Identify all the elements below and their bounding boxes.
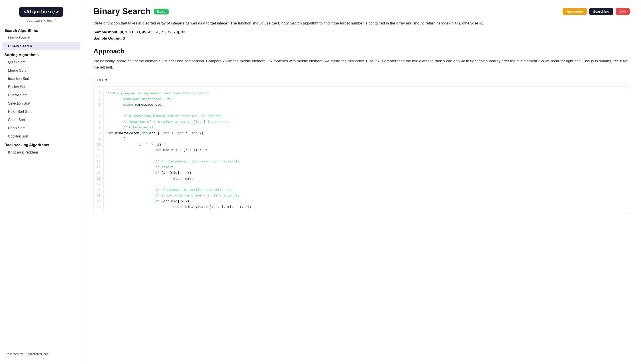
logo[interactable]: <Algochurn/> bbox=[19, 7, 63, 17]
code-line: int binarySearch(int arr[], int l, int r… bbox=[107, 130, 625, 136]
approach-text: We basically ignore half of the elements… bbox=[94, 58, 630, 70]
sample-output-label: Sample Output: 3 bbox=[94, 36, 125, 40]
code-line bbox=[107, 108, 625, 114]
line-number: 8 bbox=[96, 130, 101, 136]
sidebar-footer: Presented by: PlaceholderTech bbox=[0, 348, 82, 360]
code-line: // location of x in given array arr[l..r… bbox=[107, 119, 625, 125]
line-number: 20 bbox=[96, 199, 101, 204]
page-title-area: Binary Search Easy bbox=[94, 7, 169, 16]
logo-area: <Algochurn/> Your place to learn! bbox=[0, 4, 82, 26]
line-number: 12 bbox=[96, 153, 101, 159]
nav-item-1-7[interactable]: Count Sort bbox=[2, 116, 80, 124]
code-line: if (arr[mid] > x) bbox=[107, 199, 625, 204]
nav-content: Search AlgorithmsLinear SearchBinary Sea… bbox=[0, 26, 82, 157]
nav-item-1-8[interactable]: Radix Sort bbox=[2, 124, 80, 132]
logo-slash: / bbox=[53, 9, 56, 14]
line-number: 9 bbox=[96, 136, 101, 142]
code-line: if (arr[mid] == x) bbox=[107, 170, 625, 176]
line-number: 2 bbox=[96, 96, 101, 102]
chevron-down-icon: ▾ bbox=[105, 78, 107, 82]
code-line: // If element is smaller than mid, then bbox=[107, 187, 625, 193]
sample-input-label: Sample Input: [0, 1, 21, 33, 45, 45, 61,… bbox=[94, 30, 185, 34]
difficulty-badge: Easy bbox=[154, 9, 169, 14]
line-number: 10 bbox=[96, 142, 101, 148]
code-line: if (r >= l) { bbox=[107, 142, 625, 148]
line-numbers: 123456789101112131415161718192021 bbox=[94, 91, 104, 210]
sidebar: <Algochurn/> Your place to learn! Search… bbox=[0, 0, 82, 364]
code-lang-selector[interactable]: C++ ▾ bbox=[94, 76, 111, 84]
company-name: PlaceholderTech bbox=[25, 352, 50, 356]
code-line: #include <bits/stdc++.h> bbox=[107, 96, 625, 102]
nav-item-1-1[interactable]: Merge Sort bbox=[2, 66, 80, 74]
line-number: 21 bbox=[96, 204, 101, 210]
line-number: 3 bbox=[96, 102, 101, 108]
nav-item-1-3[interactable]: Bucket Sort bbox=[2, 83, 80, 91]
code-line: // itself bbox=[107, 165, 625, 170]
line-number: 4 bbox=[96, 108, 101, 114]
line-number: 13 bbox=[96, 159, 101, 165]
nav-item-1-5[interactable]: Selection Sort bbox=[2, 100, 80, 108]
tag-c++[interactable]: C++ bbox=[616, 8, 630, 15]
code-line: return binarySearch(arr, l, mid - 1, x); bbox=[107, 204, 625, 210]
tag-recursion[interactable]: Recursion bbox=[563, 8, 587, 15]
line-number: 15 bbox=[96, 170, 101, 176]
approach-title: Approach bbox=[94, 48, 630, 55]
code-block: 123456789101112131415161718192021 // C++… bbox=[94, 87, 630, 214]
main-content: Binary Search Easy RecursionSearchingC++… bbox=[82, 0, 641, 364]
nav-item-1-4[interactable]: Bubble Sort bbox=[2, 91, 80, 99]
code-lang-label: C++ bbox=[97, 78, 104, 82]
code-line: using namespace std; bbox=[107, 102, 625, 108]
code-lines: // C++ program to implement recursive Bi… bbox=[107, 91, 630, 210]
sample-output-block: Sample Output: 3 bbox=[94, 36, 630, 41]
nav-section-header-0: Search Algorithms bbox=[0, 26, 82, 34]
sample-input-block: Sample Input: [0, 1, 21, 33, 45, 45, 61,… bbox=[94, 30, 630, 34]
line-number: 1 bbox=[96, 91, 101, 96]
code-line: // A recursive binary search function. I… bbox=[107, 114, 625, 119]
nav-item-1-0[interactable]: Quick Sort bbox=[2, 58, 80, 66]
code-line bbox=[107, 153, 625, 159]
nav-item-0-1[interactable]: Binary Search bbox=[2, 42, 80, 50]
nav-item-1-9[interactable]: Cocktail Sort bbox=[2, 132, 80, 140]
header-tags: RecursionSearchingC++ bbox=[563, 8, 630, 15]
code-line: int mid = l + (r + l) / 2; bbox=[107, 148, 625, 153]
nav-item-2-0[interactable]: Knapsack Problem bbox=[2, 148, 80, 156]
code-line: // otherwise -1 bbox=[107, 125, 625, 130]
line-number: 14 bbox=[96, 165, 101, 170]
code-line: { bbox=[107, 136, 625, 142]
line-number: 17 bbox=[96, 182, 101, 187]
nav-item-1-2[interactable]: Insertion Sort bbox=[2, 75, 80, 83]
line-number: 19 bbox=[96, 193, 101, 199]
nav-item-1-6[interactable]: Heap Sort Sort bbox=[2, 108, 80, 116]
nav-section-header-1: Sorting Algorithms bbox=[0, 50, 82, 58]
nav-section-header-2: Backtracking Algorithms bbox=[0, 140, 82, 148]
line-number: 18 bbox=[96, 187, 101, 193]
code-container: 123456789101112131415161718192021 // C++… bbox=[94, 86, 630, 214]
page-header: Binary Search Easy RecursionSearchingC++ bbox=[94, 7, 630, 16]
nav-item-0-0[interactable]: Linear Search bbox=[2, 34, 80, 42]
code-line: return mid; bbox=[107, 176, 625, 182]
tag-searching[interactable]: Searching bbox=[589, 8, 613, 15]
line-number: 16 bbox=[96, 176, 101, 182]
code-line: // If the element is present at the midd… bbox=[107, 159, 625, 165]
problem-description: Write a function that takes in a sorted … bbox=[94, 20, 630, 26]
line-number: 7 bbox=[96, 125, 101, 130]
code-line: // it can only be present in left subarr… bbox=[107, 193, 625, 199]
line-number: 6 bbox=[96, 119, 101, 125]
line-number: 5 bbox=[96, 114, 101, 119]
tagline: Your place to learn! bbox=[27, 18, 56, 22]
code-line: // C++ program to implement recursive Bi… bbox=[107, 91, 625, 96]
presented-by-label: Presented by: bbox=[5, 352, 24, 356]
code-line bbox=[107, 182, 625, 187]
page-title: Binary Search bbox=[94, 7, 151, 16]
line-number: 11 bbox=[96, 148, 101, 153]
